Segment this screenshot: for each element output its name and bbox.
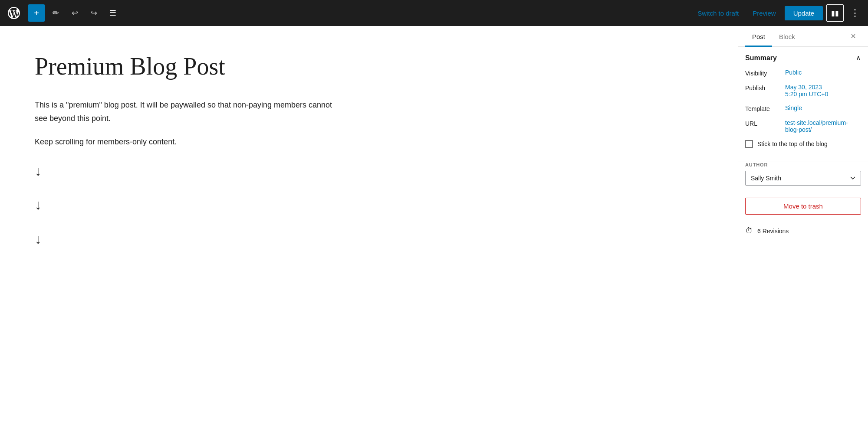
revisions-icon: ⏱ (745, 226, 753, 235)
sidebar-tabs: Post Block × (738, 26, 868, 47)
redo-icon: ↪ (91, 8, 97, 18)
sidebar-toggle-button[interactable]: ▮▮ (826, 4, 844, 22)
edit-button[interactable]: ✏ (47, 4, 64, 22)
summary-toggle-button[interactable]: ∧ (856, 54, 861, 62)
visibility-row: Visibility Public (745, 69, 861, 77)
stick-to-top-checkbox[interactable] (745, 140, 753, 148)
publish-date: May 30, 2023 (785, 84, 822, 91)
template-row: Template Single (745, 104, 861, 112)
arrow-down-3: ↓ (35, 227, 339, 251)
list-view-button[interactable]: ☰ (104, 4, 122, 22)
author-section: AUTHOR Sally Smith (738, 162, 868, 192)
stick-to-top-label: Stick to the top of the blog (757, 140, 828, 147)
toolbar: + ✏ ↩ ↪ ☰ Switch to draft Preview Update… (0, 0, 868, 26)
undo-icon: ↩ (72, 8, 78, 18)
editor: Premium Blog Post This is a "premium" bl… (0, 26, 738, 424)
move-to-trash-button[interactable]: Move to trash (745, 198, 861, 215)
summary-section: Summary ∧ Visibility Public Publish May … (738, 47, 868, 162)
revisions-label: 6 Revisions (757, 228, 789, 235)
kebab-icon: ⋮ (850, 7, 860, 19)
publish-row: Publish May 30, 2023 5:20 pm UTC+0 (745, 84, 861, 98)
summary-header: Summary ∧ (745, 54, 861, 62)
sidebar: Post Block × Summary ∧ Visibility Public… (738, 26, 868, 424)
pen-icon: ✏ (53, 8, 59, 18)
stick-to-top-row: Stick to the top of the blog (745, 140, 861, 148)
summary-title: Summary (745, 54, 777, 62)
revisions-row[interactable]: ⏱ 6 Revisions (738, 220, 868, 241)
update-button[interactable]: Update (785, 6, 823, 20)
main-area: Premium Blog Post This is a "premium" bl… (0, 26, 868, 424)
publish-time: 5:20 pm UTC+0 (785, 91, 828, 98)
more-options-button[interactable]: ⋮ (847, 5, 863, 21)
redo-button[interactable]: ↪ (85, 4, 102, 22)
sidebar-toggle-icon: ▮▮ (831, 9, 839, 17)
list-view-icon: ☰ (109, 8, 116, 18)
url-value[interactable]: test-site.local/premium-blog-post/ (785, 119, 861, 133)
publish-value[interactable]: May 30, 2023 5:20 pm UTC+0 (785, 84, 828, 98)
wp-logo[interactable] (5, 4, 23, 22)
close-sidebar-button[interactable]: × (845, 29, 861, 44)
author-section-label: AUTHOR (745, 162, 861, 167)
arrow-down-1: ↓ (35, 159, 339, 183)
template-label: Template (745, 104, 780, 112)
paragraph-1[interactable]: This is a "premium" blog post. It will b… (35, 98, 339, 125)
trash-section: Move to trash (738, 192, 868, 220)
preview-button[interactable]: Preview (747, 6, 781, 20)
toolbar-right: Switch to draft Preview Update ▮▮ ⋮ (692, 4, 863, 22)
author-select[interactable]: Sally Smith (745, 171, 861, 186)
switch-to-draft-button[interactable]: Switch to draft (692, 6, 744, 20)
plus-icon: + (34, 8, 39, 18)
undo-button[interactable]: ↩ (66, 4, 83, 22)
arrow-down-2: ↓ (35, 193, 339, 216)
visibility-value[interactable]: Public (785, 69, 802, 76)
url-row: URL test-site.local/premium-blog-post/ (745, 119, 861, 133)
template-value[interactable]: Single (785, 104, 802, 111)
add-block-button[interactable]: + (28, 4, 45, 22)
paragraph-2[interactable]: Keep scrolling for members-only content. (35, 135, 339, 149)
post-title[interactable]: Premium Blog Post (35, 52, 703, 81)
publish-label: Publish (745, 84, 780, 91)
post-body: This is a "premium" blog post. It will b… (35, 98, 339, 251)
tab-block[interactable]: Block (772, 26, 802, 46)
chevron-up-icon: ∧ (856, 54, 861, 62)
tab-post[interactable]: Post (745, 26, 772, 46)
url-label: URL (745, 119, 780, 127)
visibility-label: Visibility (745, 69, 780, 77)
